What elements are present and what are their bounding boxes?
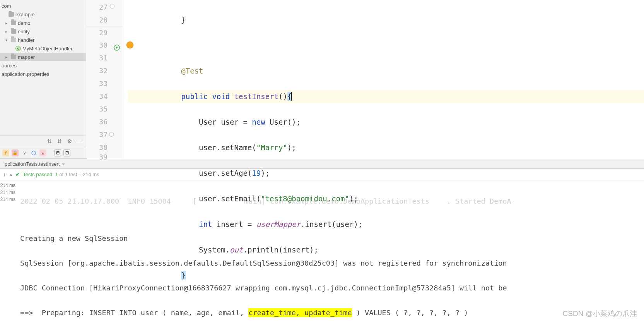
code-line: user.setName("Marry");	[128, 141, 644, 154]
tree-item-handler[interactable]: ▾handler	[0, 36, 86, 44]
line-number: 30	[99, 41, 108, 49]
fields-icon[interactable]: f	[2, 149, 9, 156]
folder-icon	[9, 12, 14, 17]
folder-label: example	[15, 12, 34, 17]
class-icon: c	[15, 46, 21, 51]
collapse-icon[interactable]: ⇵	[56, 138, 63, 144]
folder-label: ources	[2, 63, 17, 69]
structure-toolbar: ⇅ ⇵ ⚙ —	[0, 136, 86, 147]
folder-icon	[11, 55, 16, 59]
gear-icon[interactable]: ⚙	[67, 138, 73, 144]
code-line: @Test	[128, 65, 644, 77]
chevron-right-icon: ▸	[5, 21, 9, 25]
structure-filter-toolbar: f 🔒 ⑂ ◯ λ ⊟ ⊡	[0, 147, 86, 159]
code-line: user.setAge(19);	[128, 167, 644, 180]
folder-icon	[11, 38, 16, 42]
code-line	[128, 295, 644, 307]
tree-item-mapper[interactable]: ▸mapper	[0, 53, 86, 61]
tree-item-app-properties[interactable]: application.properties	[0, 70, 86, 78]
chevron-right-icon: ▸	[5, 29, 9, 34]
project-sidebar: com example ▸demo ▸entity ▾handler cMyMe…	[0, 0, 86, 159]
tree-item-sources[interactable]: ources	[0, 61, 86, 70]
folder-label: demo	[18, 20, 31, 26]
code-line: System.out.println(insert);	[128, 244, 644, 256]
code-line: int insert = userMapper.insert(user);	[128, 218, 644, 231]
code-line	[128, 39, 644, 52]
line-number: 33	[99, 79, 108, 88]
lock-icon[interactable]: 🔒	[12, 149, 19, 156]
line-number: 35	[99, 105, 108, 113]
run-tab[interactable]: pplicationTests.testInsert ×	[2, 160, 68, 168]
chevron-down-icon: ▾	[5, 38, 9, 42]
folder-label: handler	[18, 37, 34, 43]
line-number: 36	[99, 118, 108, 126]
file-label: application.properties	[2, 71, 50, 77]
tree-item-demo[interactable]: ▸demo	[0, 19, 86, 27]
line-number: 28	[99, 16, 108, 24]
test-time: 214 ms	[0, 196, 15, 203]
tree-item-entity[interactable]: ▸entity	[0, 27, 86, 36]
line-number: 38	[99, 143, 108, 151]
box2-icon[interactable]: ⊡	[63, 149, 70, 156]
test-time: 214 ms	[0, 189, 15, 196]
test-time: 214 ms	[0, 182, 15, 189]
lightbulb-icon[interactable]	[127, 42, 133, 48]
project-tree: com example ▸demo ▸entity ▾handler cMyMe…	[0, 0, 86, 136]
console-line: 2022 02 05 21.10.17.000 INFO 15004 [ mai…	[20, 195, 641, 208]
line-number: 31	[99, 54, 108, 62]
code-line: public void testInsert(){	[128, 90, 644, 103]
tree-item-example[interactable]: example	[0, 10, 86, 19]
nav-arrows-icon[interactable]: ↓↑	[3, 172, 7, 177]
code-editor[interactable]: 27 28 29 30 31 32 33 34 35 36 37 38 39 }…	[86, 0, 644, 159]
line-number: 32	[99, 67, 108, 75]
test-times-column: 214 ms 214 ms 214 ms	[0, 180, 17, 321]
package-label: com	[2, 3, 11, 9]
run-test-icon[interactable]	[114, 42, 120, 48]
line-number: 37	[99, 130, 108, 139]
folder-icon	[11, 21, 16, 25]
line-number: 27	[99, 3, 108, 11]
chevrons-icon: »	[10, 172, 12, 177]
file-label: MyMetaObjectHandler	[22, 46, 72, 51]
box1-icon[interactable]: ⊟	[54, 149, 61, 156]
close-icon[interactable]: ×	[62, 161, 65, 167]
watermark: CSDN @小菜鸡の爪洼	[563, 309, 637, 319]
gutter: 27 28 29 30 31 32 33 34 35 36 37 38 39	[86, 0, 123, 159]
method-end-icon	[110, 4, 114, 9]
circle-icon[interactable]: ◯	[30, 149, 37, 156]
line-number: 39	[99, 153, 108, 161]
tab-label: pplicationTests.testInsert	[5, 161, 60, 167]
check-icon: ✔	[15, 172, 20, 177]
method-end-icon	[109, 132, 114, 137]
branch-icon[interactable]: ⑂	[21, 149, 28, 156]
code-line: }	[128, 269, 644, 282]
lambda-icon[interactable]: λ	[39, 149, 46, 156]
code-line: User user = new User();	[128, 116, 644, 129]
code-area[interactable]: } @Test public void testInsert(){ User u…	[123, 0, 644, 159]
folder-label: entity	[18, 29, 30, 34]
tests-passed-label: Tests passed: 1	[23, 172, 58, 177]
tree-item-com[interactable]: com	[0, 2, 86, 10]
tree-item-handler-file[interactable]: cMyMetaObjectHandler	[0, 44, 86, 53]
folder-label: mapper	[18, 54, 35, 60]
folder-icon	[11, 29, 16, 34]
expand-icon[interactable]: ⇅	[46, 138, 53, 144]
minimize-icon[interactable]: —	[77, 138, 83, 144]
line-number: 34	[99, 92, 108, 100]
line-number: 29	[99, 29, 108, 37]
code-line: }	[128, 14, 644, 26]
chevron-right-icon: ▸	[5, 55, 9, 59]
tests-muted-label: of 1 test – 214 ms	[58, 172, 99, 177]
